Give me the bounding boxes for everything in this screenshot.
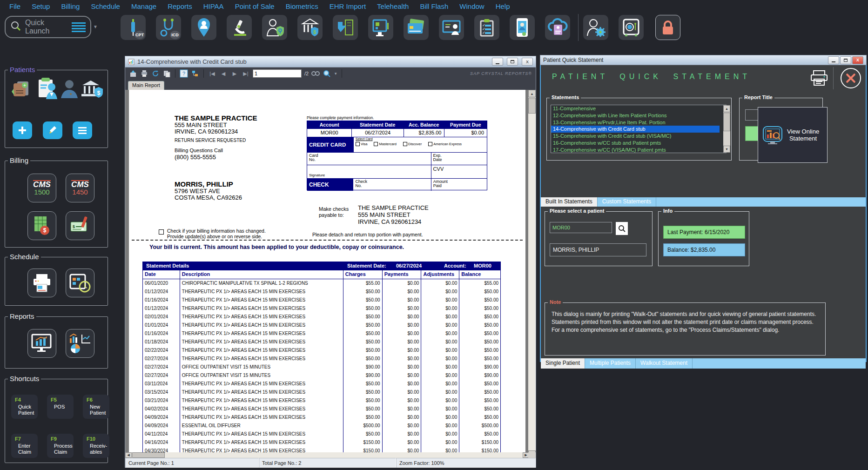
pqs-close-button[interactable]: X	[852, 56, 863, 64]
patient-account-input[interactable]	[550, 222, 612, 233]
cpt-codes-button[interactable]: CPT	[121, 15, 146, 40]
hscroll-thumb[interactable]	[132, 452, 165, 458]
statements-scrollbar[interactable]: ▲ ▼	[723, 105, 730, 153]
patient-list-button[interactable]	[73, 121, 92, 139]
patient-mode-tab[interactable]: Multiple Patients	[585, 358, 636, 369]
patient-mode-tab[interactable]: Walkout Statement	[636, 358, 693, 369]
quick-launch-search[interactable]: Quick Launch	[5, 16, 91, 38]
menu-item[interactable]: Point of Sale	[229, 2, 280, 10]
menu-item[interactable]: Biometrics	[280, 2, 324, 10]
pqs-minimize-button[interactable]	[828, 56, 839, 64]
print-statement-icon[interactable]	[810, 70, 828, 88]
provider-location-button[interactable]	[191, 15, 216, 40]
patient-search-button[interactable]	[616, 222, 628, 235]
menu-item[interactable]: File	[4, 2, 26, 10]
main-report-tab[interactable]: Main Report	[128, 81, 164, 90]
statement-list-item[interactable]: 13-Comprehensive w/Prvdr,Line Item Pat. …	[551, 119, 720, 126]
zoom-caret-icon[interactable]: ▼	[334, 72, 337, 76]
menu-item[interactable]: Window	[454, 2, 490, 10]
patient-person-icon[interactable]	[59, 79, 80, 99]
scroll-up-icon[interactable]: ▲	[528, 90, 536, 97]
icd-codes-button[interactable]: ICD	[156, 15, 181, 40]
quick-launch-caret-icon[interactable]: ▼	[93, 24, 98, 29]
claims-billing-button[interactable]: $	[27, 211, 56, 240]
add-patient-button[interactable]	[13, 121, 32, 139]
refresh-icon[interactable]	[151, 69, 160, 78]
vault-button[interactable]	[619, 15, 644, 40]
bank-deposit-button[interactable]: $	[297, 15, 323, 40]
cms-1450-button[interactable]: CMS 1450	[66, 174, 94, 202]
parameter-panel-icon[interactable]: ?	[180, 69, 188, 78]
copy-icon[interactable]	[162, 69, 171, 78]
statement-list-item[interactable]: 15-Comprehensive with Credit Card stub (…	[551, 133, 720, 140]
print-schedule-button[interactable]	[27, 269, 56, 297]
statement-list-item[interactable]: 17-Comprehensive w/CC (VISA/MC) Patient …	[551, 147, 720, 153]
menu-item[interactable]: Billing	[55, 2, 85, 10]
patient-mode-tab[interactable]: Single Patient	[541, 358, 585, 369]
view-online-statement-button[interactable]: View Online Statement	[758, 107, 828, 163]
export-icon[interactable]	[129, 69, 137, 78]
statement-list-item[interactable]: 11-Comprehensive	[551, 105, 720, 112]
credit-cards-button[interactable]	[404, 15, 429, 40]
statement-type-tab[interactable]: Custom Statements	[598, 197, 656, 207]
page-number-input[interactable]	[253, 69, 302, 78]
print-icon[interactable]	[140, 69, 148, 78]
zoom-icon[interactable]	[323, 69, 331, 78]
shortcut-button[interactable]: F10 Receiv- ables	[83, 434, 109, 458]
shortcut-button[interactable]: F7 Enter Claim	[11, 434, 38, 458]
scroll-left-icon[interactable]: ◀	[125, 452, 132, 458]
statements-scroll-thumb[interactable]	[723, 113, 730, 131]
minimize-button[interactable]	[492, 58, 503, 66]
menu-item[interactable]: Manage	[126, 2, 162, 10]
statement-list-item[interactable]: 12-Comprehensive with Line Item Patient …	[551, 112, 720, 119]
statements-scroll-down-icon[interactable]: ▼	[723, 146, 730, 153]
last-page-icon[interactable]: ▶|	[242, 69, 250, 78]
lab-microscope-button[interactable]	[227, 15, 252, 40]
telehealth-phone-button[interactable]	[510, 15, 535, 40]
menu-item[interactable]: EHR Import	[324, 2, 371, 10]
menu-item[interactable]: Reports	[162, 2, 198, 10]
checklist-button[interactable]: ✓✓✓	[474, 15, 499, 40]
vertical-scrollbar[interactable]: ▲ ▼	[528, 90, 536, 458]
prev-page-icon[interactable]: ◀	[219, 69, 228, 78]
check-writing-button[interactable]: $	[66, 211, 94, 240]
quick-launch-menu-icon[interactable]	[72, 22, 86, 32]
statements-scroll-up-icon[interactable]: ▲	[723, 105, 730, 112]
next-page-icon[interactable]: ▶	[230, 69, 239, 78]
patient-id-card-button[interactable]	[439, 15, 464, 40]
patient-chart-icon[interactable]	[36, 77, 56, 97]
close-button[interactable]: X	[522, 58, 533, 66]
patient-security-button[interactable]	[262, 15, 287, 40]
statements-list[interactable]: 11-Comprehensive12-Comprehensive with Li…	[551, 105, 727, 153]
appointments-button[interactable]	[66, 269, 94, 297]
patient-cards-icon[interactable]: +	[11, 79, 31, 99]
pqs-titlebar[interactable]: Patient Quick Statement X	[540, 55, 867, 65]
shortcut-button[interactable]: F6 New Patient	[83, 395, 109, 419]
find-icon[interactable]	[311, 69, 320, 78]
pqs-dialog-close-icon[interactable]	[841, 68, 861, 88]
maximize-button[interactable]	[507, 58, 518, 66]
shortcut-button[interactable]: F4 Quick Patient	[11, 395, 38, 419]
posting-transfer-button[interactable]	[333, 15, 358, 40]
patient-accounts-icon[interactable]: $	[81, 79, 101, 99]
statement-list-item[interactable]: 14-Comprehensive with Credit Card stub	[551, 126, 720, 133]
group-tree-icon[interactable]	[191, 69, 199, 78]
cloud-statement-button[interactable]	[545, 15, 570, 40]
statement-list-item[interactable]: 16-Comprehensive w/CC stub and Patient p…	[551, 140, 720, 147]
statement-type-tab[interactable]: Built In Statements	[541, 197, 598, 207]
vscroll-thumb[interactable]	[528, 98, 536, 114]
menu-item[interactable]: Setup	[26, 2, 55, 10]
shortcut-button[interactable]: F5 POS	[47, 395, 74, 419]
menu-item[interactable]: Bill Flash	[414, 2, 454, 10]
pos-terminal-button[interactable]	[368, 15, 393, 40]
menu-item[interactable]: Telehealth	[371, 2, 414, 10]
menu-item[interactable]: Help	[490, 2, 516, 10]
analytics-reports-button[interactable]	[66, 329, 94, 358]
lock-button[interactable]	[655, 15, 680, 40]
shortcut-button[interactable]: F9 Process Claim	[47, 434, 74, 458]
first-page-icon[interactable]: |◀	[208, 69, 216, 78]
menu-item[interactable]: Schedule	[85, 2, 126, 10]
horizontal-scrollbar[interactable]: ◀ ▶	[125, 452, 529, 458]
menu-item[interactable]: HIPAA	[198, 2, 229, 10]
dashboard-report-button[interactable]	[27, 329, 56, 358]
